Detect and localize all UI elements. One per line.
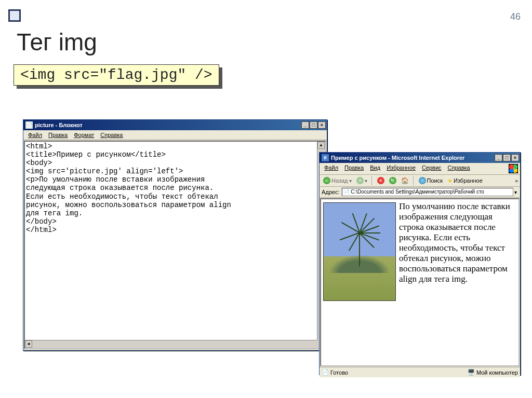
address-value: C:\Documents and Settings\Администратор\… <box>351 189 484 195</box>
menu-file[interactable]: Файл <box>25 131 45 139</box>
menu-view[interactable]: Вид <box>367 164 383 173</box>
home-icon: 🏠 <box>401 177 409 184</box>
address-label: Адрес: <box>322 189 340 195</box>
close-button[interactable]: × <box>511 154 519 161</box>
refresh-button[interactable]: ↻ <box>388 176 398 185</box>
notepad-scrollbar-h[interactable]: ◀ <box>25 340 317 348</box>
home-button[interactable]: 🏠 <box>400 176 410 185</box>
code-example: <img src="flag.jpg" /> <box>14 64 219 86</box>
stop-button[interactable]: × <box>376 176 386 185</box>
notepad-titlebar[interactable]: 📄 picture - Блокнот _ □ × <box>23 120 327 130</box>
menu-edit[interactable]: Правка <box>342 164 366 173</box>
notepad-menubar: Файл Правка Формат Справка <box>23 130 327 140</box>
maximize-button[interactable]: □ <box>310 121 317 129</box>
windows-logo-icon <box>509 164 518 173</box>
code-example-text: <img src="flag.jpg" /> <box>14 64 219 86</box>
favorites-label: Избранное <box>454 177 483 184</box>
back-label: Назад <box>331 177 348 184</box>
status-zone-icon: 🖥️ <box>468 369 475 376</box>
slide-bullet <box>8 9 21 22</box>
minimize-button[interactable]: _ <box>495 154 502 161</box>
address-dropdown-icon[interactable]: ▾ <box>514 189 517 195</box>
ie-title: Пример с рисунком - Microsoft Internet E… <box>331 155 495 161</box>
status-done-icon: 📄 <box>322 369 329 376</box>
toolbar-separator <box>413 176 415 185</box>
refresh-icon: ↻ <box>389 177 396 184</box>
toolbar-overflow-icon[interactable]: » <box>515 178 518 184</box>
chevron-down-icon: ▾ <box>365 178 367 184</box>
menu-help[interactable]: Справка <box>445 164 473 173</box>
notepad-code: <html> <title>Пример с рисунком</title> … <box>26 142 324 243</box>
scroll-up-icon[interactable]: ▲ <box>317 142 325 149</box>
ie-status-bar: 📄 Готово 🖥️ Мой компьютер <box>320 367 520 377</box>
back-button[interactable]: ← Назад ▾ <box>322 176 353 185</box>
menu-edit[interactable]: Правка <box>46 131 70 139</box>
menu-format[interactable]: Формат <box>71 131 97 139</box>
status-done-label: Готово <box>330 369 348 376</box>
ie-address-bar: Адрес: 📄 C:\Documents and Settings\Админ… <box>320 187 520 198</box>
menu-help[interactable]: Справка <box>98 131 125 139</box>
address-input[interactable]: 📄 C:\Documents and Settings\Администрато… <box>342 188 513 196</box>
status-zone-label: Мой компьютер <box>476 369 518 376</box>
back-icon: ← <box>323 177 330 184</box>
ie-viewport: По умолчанию после вставки изображения с… <box>320 198 520 366</box>
scroll-left-icon[interactable]: ◀ <box>25 340 32 348</box>
ie-menubar: Файл Правка Вид Избранное Сервис Справка <box>320 163 520 175</box>
favorites-button[interactable]: ★ Избранное <box>446 177 484 185</box>
ie-toolbar: ← Назад ▾ → ▾ × ↻ 🏠 Поиск ★ Избранное » <box>320 175 520 187</box>
menu-file[interactable]: Файл <box>322 164 341 173</box>
page-icon: 📄 <box>343 189 350 195</box>
notepad-title: picture - Блокнот <box>35 122 301 128</box>
notepad-icon: 📄 <box>25 121 33 129</box>
minimize-button[interactable]: _ <box>301 121 309 129</box>
search-button[interactable]: Поиск <box>417 176 444 185</box>
stop-icon: × <box>377 177 384 184</box>
forward-button[interactable]: → ▾ <box>355 176 369 185</box>
menu-favorites[interactable]: Избранное <box>384 164 418 173</box>
page-body-text: По умолчанию после вставки изображения с… <box>399 201 510 284</box>
search-icon <box>419 177 426 184</box>
ie-window: e Пример с рисунком - Microsoft Internet… <box>319 152 521 375</box>
chevron-down-icon: ▾ <box>349 178 352 184</box>
close-button[interactable]: × <box>318 121 326 129</box>
embedded-image <box>323 202 396 301</box>
search-label: Поиск <box>427 177 443 184</box>
ie-icon: e <box>322 154 329 161</box>
star-icon: ★ <box>447 177 453 184</box>
maximize-button[interactable]: □ <box>503 154 511 161</box>
toolbar-separator <box>371 176 373 185</box>
page-number: 46 <box>510 11 521 22</box>
menu-tools[interactable]: Сервис <box>419 164 444 173</box>
forward-icon: → <box>356 177 364 184</box>
ie-titlebar[interactable]: e Пример с рисунком - Microsoft Internet… <box>320 153 520 163</box>
notepad-editor[interactable]: <html> <title>Пример с рисунком</title> … <box>24 141 326 349</box>
notepad-window: 📄 picture - Блокнот _ □ × Файл Правка Фо… <box>23 119 327 351</box>
slide-title: Тег img <box>17 28 97 56</box>
